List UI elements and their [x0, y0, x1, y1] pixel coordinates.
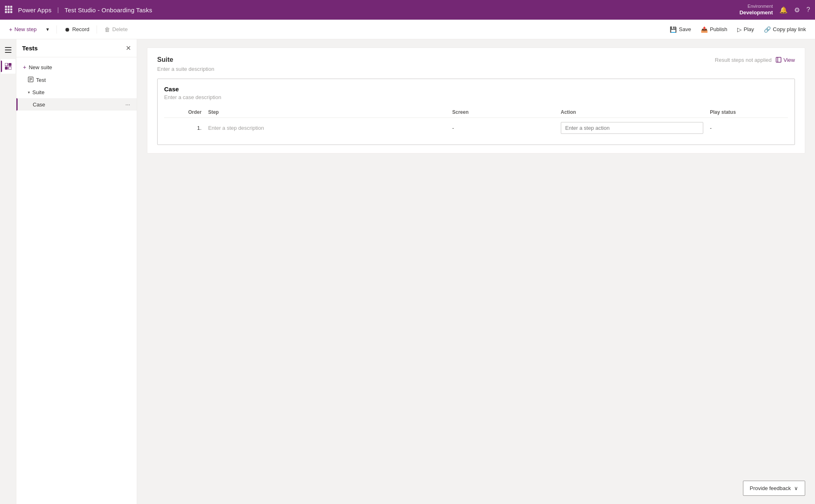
col-header-playstatus: Play status: [707, 107, 788, 118]
link-icon: 🔗: [764, 26, 771, 33]
svg-rect-9: [5, 47, 11, 48]
new-step-button[interactable]: + New step: [5, 24, 41, 35]
new-suite-plus-icon: +: [23, 64, 26, 70]
result-steps-text: Result steps not applied: [715, 57, 772, 63]
sidebar-item-suite[interactable]: ▾ Suite: [16, 86, 137, 98]
table-row: 1. Enter a step description -: [164, 118, 788, 138]
delete-button[interactable]: 🗑 Delete: [100, 24, 132, 35]
play-button[interactable]: ▷ Play: [733, 24, 758, 35]
step-playstatus-cell: -: [707, 118, 788, 138]
toolbar-divider-2: [97, 25, 97, 34]
test-label: Test: [36, 77, 46, 83]
svg-rect-14: [5, 67, 8, 70]
hamburger-button[interactable]: [1, 43, 16, 57]
chevron-down-icon: ▾: [46, 26, 49, 32]
main-layout: Tests ✕ + New suite Test: [0, 39, 815, 504]
record-icon: ⏺: [64, 26, 70, 33]
suite-label: Suite: [32, 89, 45, 95]
col-header-action: Action: [558, 107, 707, 118]
sidebar-case-wrapper: Case ···: [16, 98, 137, 111]
toolbar-divider-1: [56, 25, 57, 34]
nav-right: Environment Development 🔔 ⚙ ?: [739, 3, 810, 16]
save-button[interactable]: 💾 Save: [666, 24, 695, 35]
case-more-icon[interactable]: ···: [125, 101, 130, 108]
svg-rect-20: [776, 57, 781, 62]
toolbar-right: 💾 Save 📤 Publish ▷ Play 🔗 Copy play link: [666, 24, 810, 35]
env-name: Development: [739, 9, 773, 16]
case-description-placeholder[interactable]: Enter a case description: [164, 94, 788, 100]
env-label: Environment: [739, 3, 773, 9]
view-button[interactable]: View: [776, 57, 795, 63]
environment-info: Environment Development: [739, 3, 773, 16]
suite-header-right: Result steps not applied View: [715, 57, 795, 63]
new-suite-label: New suite: [29, 64, 52, 70]
suite-description-placeholder[interactable]: Enter a suite description: [157, 66, 795, 72]
help-icon[interactable]: ?: [806, 6, 810, 14]
svg-rect-10: [5, 50, 11, 50]
suite-title: Suite: [157, 56, 173, 63]
app-name: Power Apps: [18, 7, 52, 14]
svg-rect-5: [10, 8, 12, 10]
selected-accent: [16, 98, 18, 111]
suite-card: Suite Result steps not applied View Ente…: [147, 47, 805, 154]
svg-rect-6: [5, 11, 7, 13]
sidebar-item-test[interactable]: Test: [16, 74, 137, 86]
new-step-dropdown-button[interactable]: ▾: [42, 24, 53, 35]
project-name: Test Studio - Onboarding Tasks: [65, 7, 152, 14]
nav-separator: |: [57, 7, 59, 13]
content-area: Suite Result steps not applied View Ente…: [137, 39, 815, 504]
step-action-cell: [558, 118, 707, 138]
test-icon: [28, 77, 34, 84]
save-icon: 💾: [670, 26, 677, 33]
case-title: Case: [164, 86, 788, 93]
plus-icon: +: [9, 26, 12, 33]
suite-chevron-icon: ▾: [28, 90, 30, 95]
grid-icon[interactable]: [5, 6, 12, 14]
table-header-row: Order Step Screen Action: [164, 107, 788, 118]
delete-icon: 🗑: [104, 26, 110, 33]
new-suite-button[interactable]: + New suite: [16, 61, 137, 74]
copy-play-link-button[interactable]: 🔗 Copy play link: [760, 24, 810, 35]
svg-rect-7: [8, 11, 10, 13]
steps-table: Order Step Screen Action: [164, 107, 788, 138]
publish-icon: 📤: [701, 26, 708, 33]
provide-feedback-button[interactable]: Provide feedback ∨: [743, 481, 805, 496]
svg-rect-0: [5, 6, 7, 8]
svg-rect-3: [5, 8, 7, 10]
sidebar-header: Tests ✕: [16, 39, 137, 57]
svg-rect-4: [8, 8, 10, 10]
left-icon-bar: [0, 39, 16, 504]
case-label: Case: [33, 102, 45, 108]
col-header-screen: Screen: [449, 107, 558, 118]
step-action-input[interactable]: [561, 122, 703, 134]
suite-card-header: Suite Result steps not applied View: [157, 56, 795, 63]
toolbar: + New step ▾ ⏺ Record 🗑 Delete 💾 Save 📤 …: [0, 20, 815, 39]
top-nav: Power Apps | Test Studio - Onboarding Ta…: [0, 0, 815, 20]
tests-panel-icon[interactable]: [1, 59, 16, 74]
play-icon: ▷: [737, 26, 742, 33]
settings-icon[interactable]: ⚙: [794, 6, 800, 14]
svg-rect-2: [10, 6, 12, 8]
svg-rect-15: [9, 67, 11, 70]
col-header-order: Order: [164, 107, 205, 118]
step-order: 1.: [164, 118, 205, 138]
svg-rect-12: [5, 63, 8, 66]
provide-feedback-label: Provide feedback: [750, 485, 791, 491]
svg-rect-1: [8, 6, 10, 8]
notification-icon[interactable]: 🔔: [779, 6, 788, 14]
step-description-cell[interactable]: Enter a step description: [205, 118, 449, 138]
sidebar-title: Tests: [22, 45, 126, 52]
case-card: Case Enter a case description Order Step: [157, 79, 795, 145]
sidebar-close-button[interactable]: ✕: [126, 44, 131, 52]
step-description-placeholder: Enter a step description: [208, 125, 264, 131]
sidebar-item-case[interactable]: Case ···: [16, 98, 137, 111]
col-header-step: Step: [205, 107, 449, 118]
svg-rect-8: [10, 11, 12, 13]
svg-rect-13: [9, 63, 11, 66]
publish-button[interactable]: 📤 Publish: [697, 24, 731, 35]
step-screen-cell: -: [449, 118, 558, 138]
sidebar-content: + New suite Test ▾ Suite: [16, 57, 137, 114]
sidebar: Tests ✕ + New suite Test: [16, 39, 137, 504]
record-button[interactable]: ⏺ Record: [60, 24, 93, 35]
svg-rect-11: [5, 52, 11, 53]
